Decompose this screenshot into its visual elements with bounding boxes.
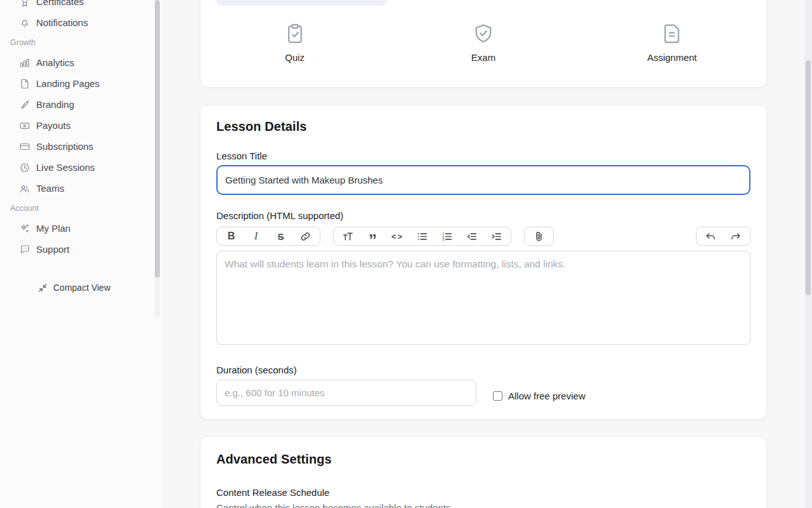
block-group: ” <> 123 [333, 227, 511, 246]
undo-icon [705, 231, 717, 243]
sidebar-nav: Certificates Notifications Growth Analyt… [0, 0, 154, 260]
sidebar-item-live-sessions[interactable]: Live Sessions [0, 157, 154, 178]
advanced-settings-heading: Advanced Settings [216, 452, 750, 467]
blockquote-button[interactable]: ” [360, 228, 385, 244]
outdent-button[interactable] [459, 228, 484, 244]
allow-free-preview-checkbox[interactable] [493, 391, 502, 401]
numbered-list-icon: 123 [441, 231, 453, 243]
sidebar-scrollbar-thumb[interactable] [155, 0, 160, 277]
clipboard-check-icon [284, 22, 306, 45]
attachment-button[interactable] [527, 228, 551, 244]
lesson-title-input[interactable] [216, 165, 750, 195]
advanced-settings-card: Advanced Settings Content Release Schedu… [200, 436, 767, 508]
sidebar-item-branding[interactable]: Branding [0, 94, 154, 115]
assignment-label: Assignment [647, 52, 697, 63]
duration-row: Allow free preview [216, 380, 750, 406]
attachment-group [524, 227, 554, 246]
exam-option[interactable]: Exam [389, 22, 577, 63]
text-size-button[interactable] [336, 228, 360, 244]
redo-button[interactable] [723, 228, 748, 244]
allow-free-preview-option[interactable]: Allow free preview [493, 391, 586, 401]
lesson-details-card: Lesson Details Lesson Title Description … [200, 105, 767, 420]
duration-label: Duration (seconds) [216, 364, 750, 375]
sidebar-item-subscriptions[interactable]: Subscriptions [0, 136, 154, 157]
sidebar-item-label: Analytics [36, 57, 74, 68]
lesson-details-heading: Lesson Details [216, 119, 750, 134]
sidebar-item-certificates[interactable]: Certificates [0, 0, 154, 12]
selected-tab-remnant [216, 0, 388, 6]
banknote-icon [19, 120, 30, 131]
sidebar-item-support[interactable]: Support [0, 239, 154, 260]
italic-button[interactable]: I [244, 228, 268, 244]
indent-button[interactable] [484, 228, 509, 244]
bold-icon: B [228, 231, 235, 242]
link-button[interactable] [293, 228, 318, 244]
content-release-label: Content Release Schedule [216, 487, 750, 498]
timer-icon [19, 162, 30, 173]
certificate-icon [19, 0, 30, 8]
users-icon [19, 183, 30, 194]
bold-button[interactable]: B [219, 228, 244, 244]
content-release-description: Control when this lesson becomes availab… [216, 502, 750, 508]
quiz-label: Quiz [285, 52, 304, 63]
sidebar-item-notifications[interactable]: Notifications [0, 12, 154, 33]
exam-label: Exam [471, 52, 495, 63]
description-label: Description (HTML supported) [216, 210, 750, 221]
main-scrollbar[interactable] [804, 0, 812, 508]
compact-view-toggle[interactable]: Compact View [38, 279, 110, 296]
sidebar-item-landing-pages[interactable]: Landing Pages [0, 73, 154, 94]
sidebar-item-label: Notifications [36, 17, 88, 28]
sidebar-item-label: Subscriptions [36, 141, 93, 152]
duration-input[interactable] [216, 380, 476, 406]
lesson-type-options: Quiz Exam Assignment [200, 22, 766, 63]
sidebar-item-payouts[interactable]: Payouts [0, 115, 154, 136]
sidebar-item-label: Support [36, 244, 70, 255]
sparkles-icon [19, 223, 30, 234]
compact-view-label: Compact View [53, 283, 110, 293]
outdent-icon [466, 231, 478, 243]
format-group: B I S [216, 227, 320, 246]
allow-free-preview-label: Allow free preview [508, 391, 586, 401]
file-icon [19, 78, 30, 90]
sidebar-item-my-plan[interactable]: My Plan [0, 218, 154, 239]
blockquote-icon: ” [369, 229, 377, 243]
code-button[interactable]: <> [385, 228, 410, 244]
sidebar-item-analytics[interactable]: Analytics [0, 52, 154, 73]
sidebar-scrollbar[interactable] [155, 0, 160, 318]
sidebar-section-growth: Growth [0, 33, 154, 52]
quiz-option[interactable]: Quiz [200, 22, 389, 63]
sidebar-item-teams[interactable]: Teams [0, 178, 154, 199]
bell-icon [19, 17, 30, 29]
assignment-option[interactable]: Assignment [578, 22, 766, 63]
main-scrollbar-thumb[interactable] [806, 60, 811, 295]
indent-icon [490, 231, 502, 243]
sidebar-item-label: Branding [36, 99, 74, 110]
code-icon: <> [391, 232, 403, 241]
sidebar-item-label: Live Sessions [36, 162, 95, 173]
sidebar-item-label: Certificates [36, 0, 84, 7]
undo-button[interactable] [698, 228, 723, 244]
sidebar-item-label: Teams [36, 183, 64, 194]
compress-icon [38, 283, 48, 293]
bullet-list-icon [416, 231, 428, 243]
description-textarea[interactable] [216, 251, 750, 345]
sidebar-item-label: My Plan [36, 223, 70, 234]
paperclip-icon [533, 231, 545, 243]
bullet-list-button[interactable] [410, 228, 435, 244]
shield-check-icon [472, 22, 495, 45]
sidebar-section-account: Account [0, 199, 154, 218]
sidebar: Certificates Notifications Growth Analyt… [0, 0, 162, 508]
brush-icon [19, 99, 30, 110]
redo-icon [730, 231, 742, 243]
bar-chart-icon [19, 57, 30, 69]
editor-toolbar: B I S ” <> 123 [216, 227, 750, 246]
chat-bubble-icon [19, 244, 30, 255]
numbered-list-button[interactable]: 123 [435, 228, 459, 244]
strikethrough-icon: S [277, 231, 284, 242]
svg-text:3: 3 [442, 237, 444, 241]
text-size-icon [342, 231, 354, 243]
lesson-type-card: Quiz Exam Assignment [200, 0, 767, 88]
strikethrough-button[interactable]: S [268, 228, 293, 244]
link-icon [299, 231, 311, 243]
history-group [696, 227, 750, 246]
